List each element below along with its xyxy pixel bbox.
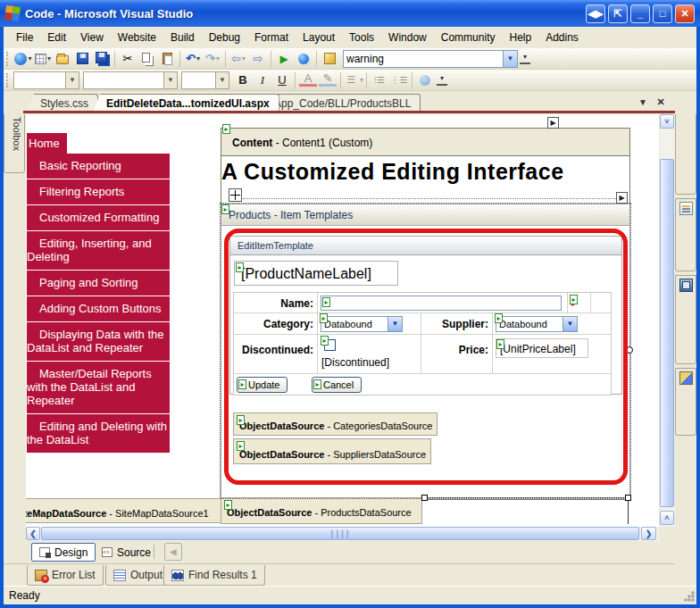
font-name-combobox[interactable]: ▼ (83, 71, 178, 89)
supplier-dropdown-arrow-icon[interactable]: ▼ (562, 317, 577, 331)
numbered-list-button[interactable]: ⋮☰ (389, 71, 409, 89)
find-combobox-input[interactable] (344, 53, 502, 65)
font-color-button[interactable]: A (298, 71, 318, 89)
find-results-tab[interactable]: Find Results 1 (163, 565, 265, 586)
window-resize-grip[interactable] (684, 591, 695, 602)
error-list-tab[interactable]: Error List (27, 565, 104, 586)
scroll-down-icon[interactable]: ˄ (660, 511, 674, 525)
nav-item-master-detail[interactable]: Master/Detail Reports with the DataList … (27, 362, 170, 413)
product-name-textbox[interactable] (321, 296, 562, 311)
nav-item-basic-reporting[interactable]: Basic Reporting (27, 154, 170, 179)
nav-item-home[interactable]: Home (27, 133, 67, 154)
nav-item-editing-deleting-datalist[interactable]: Editing and Deleting with the DataList (27, 414, 170, 453)
category-dropdown-arrow-icon[interactable]: ▼ (388, 317, 402, 331)
paste-button[interactable] (157, 50, 177, 68)
navigate-backward-button[interactable]: ⇦▾ (229, 50, 248, 68)
save-button[interactable] (72, 50, 92, 68)
vertical-scrollbar[interactable]: ˅ ˄ (660, 114, 675, 527)
menu-edit[interactable]: Edit (40, 29, 73, 46)
find-in-files-button[interactable] (320, 50, 339, 68)
target-rule-combobox[interactable]: ▼ (13, 71, 79, 89)
nav-item-adding-custom-buttons[interactable]: Adding Custom Buttons (27, 296, 170, 321)
server-explorer-tab[interactable]: Server Explorer (675, 275, 696, 364)
open-file-button[interactable] (53, 50, 72, 68)
menu-format[interactable]: Format (247, 29, 296, 46)
menu-website[interactable]: Website (111, 29, 163, 46)
content-smart-tag[interactable] (547, 117, 559, 129)
toolbar-overflow-icon[interactable]: ▾ (437, 74, 447, 86)
menu-view[interactable]: View (73, 29, 111, 46)
formview-resize-handle-bottom[interactable] (421, 495, 428, 501)
redo-button[interactable]: ↷▾ (203, 50, 222, 68)
add-new-item-button[interactable]: ▾ (33, 50, 53, 68)
tab-styles-css[interactable]: Styles.css (27, 94, 98, 112)
supplier-dropdown[interactable]: Databound ▼ (496, 316, 578, 332)
start-debugging-button[interactable]: ▶ (274, 50, 294, 68)
sitemap-datasource-control[interactable]: SiteMapDataSource - SiteMapDataSource1 (26, 498, 238, 523)
scroll-right-icon[interactable]: ❯ (641, 527, 656, 540)
save-all-button[interactable] (92, 50, 112, 68)
menu-layout[interactable]: Layout (296, 29, 342, 46)
scroll-up-icon[interactable]: ˅ (660, 114, 674, 129)
formview-resize-handle-right[interactable] (626, 346, 633, 354)
horizontal-scroll-thumb[interactable]: ┃┃┃┃ (41, 527, 639, 540)
horizontal-scrollbar[interactable]: ❮ ┃┃┃┃ ❯ (26, 527, 659, 541)
menu-file[interactable]: File (9, 29, 40, 46)
scroll-left-icon[interactable]: ❮ (26, 527, 40, 540)
bold-button[interactable]: B (233, 71, 253, 89)
suppliers-datasource-control[interactable]: ObjectDataSource - SuppliersDataSource (233, 438, 431, 464)
float-window-button[interactable]: ⇱ (608, 4, 628, 23)
vertical-scroll-thumb[interactable] (660, 159, 674, 507)
formview-move-handle[interactable] (229, 188, 242, 202)
undo-button[interactable]: ↶▾ (183, 50, 203, 68)
find-combobox[interactable]: ▼ (343, 50, 518, 68)
nav-item-editing-inserting-deleting[interactable]: Editing, Inserting, and Deleting (27, 231, 170, 270)
nav-item-paging-sorting[interactable]: Paging and Sorting (27, 271, 170, 296)
menu-help[interactable]: Help (502, 29, 538, 46)
nav-item-displaying-data[interactable]: Displaying Data with the DataList and Re… (27, 322, 170, 361)
cancel-button[interactable]: Cancel (312, 377, 362, 393)
copy-button[interactable] (138, 50, 157, 68)
menu-community[interactable]: Community (434, 29, 503, 46)
output-tab[interactable]: Output (105, 565, 171, 586)
properties-tab[interactable]: Properties (675, 198, 696, 271)
products-datasource-control[interactable]: ObjectDataSource - ProductsDataSource (221, 497, 422, 524)
tab-editdeletedata-aspx[interactable]: EditDeleteData...tomizedUI.aspx (93, 94, 279, 112)
formview-resize-handle-corner[interactable] (625, 495, 631, 501)
menu-window[interactable]: Window (381, 29, 434, 46)
minimize-button[interactable]: _ (630, 4, 650, 23)
menu-addins[interactable]: Addins (538, 29, 586, 46)
font-size-combobox[interactable]: ▼ (181, 71, 229, 89)
unit-price-label-control[interactable]: [UnitPriceLabel] (496, 338, 588, 358)
dock-arrows-button[interactable]: ◀▶ (586, 4, 605, 23)
bullet-list-button[interactable]: ⁝☰ (370, 71, 389, 89)
formview-smart-tag[interactable] (616, 192, 628, 204)
nav-item-filtering-reports[interactable]: Filtering Reports (27, 179, 170, 204)
find-combobox-dropdown-icon[interactable]: ▼ (503, 51, 517, 67)
maximize-button[interactable]: □ (653, 4, 672, 23)
toolbar-grip[interactable] (6, 52, 11, 66)
view-in-browser-button[interactable] (294, 50, 313, 68)
nav-item-customized-formatting[interactable]: Customized Formatting (27, 205, 170, 230)
product-name-label-control[interactable]: [ProductNameLabel] (234, 261, 398, 286)
category-dropdown[interactable]: Databound ▼ (321, 316, 403, 332)
menu-build[interactable]: Build (163, 29, 202, 46)
active-files-dropdown-icon[interactable]: ▼ (636, 96, 650, 109)
design-view-tab[interactable]: Design (31, 543, 96, 562)
navigate-forward-button[interactable]: ⇨ (248, 50, 268, 68)
categories-datasource-control[interactable]: ObjectDataSource - CategoriesDataSource (233, 412, 438, 436)
tag-navigator-back-icon[interactable]: ◀ (164, 543, 182, 561)
new-website-button[interactable]: ▾ (13, 50, 33, 68)
alignment-button[interactable]: ☰▾ (344, 71, 363, 89)
cut-button[interactable]: ✂ (118, 50, 138, 68)
menu-tools[interactable]: Tools (342, 29, 381, 46)
menu-debug[interactable]: Debug (202, 29, 247, 46)
highlight-button[interactable]: ✎ (318, 71, 338, 89)
underline-button[interactable]: U (272, 71, 292, 89)
italic-button[interactable]: I (253, 71, 272, 89)
source-view-tab[interactable]: Source (95, 543, 158, 562)
tab-productsbll[interactable]: App_Code/BLL/ProductsBLL (261, 94, 421, 112)
hyperlink-button[interactable] (415, 71, 435, 89)
close-document-icon[interactable]: ✕ (654, 96, 668, 109)
toolbar-overflow-icon[interactable]: ▾ (520, 53, 530, 64)
